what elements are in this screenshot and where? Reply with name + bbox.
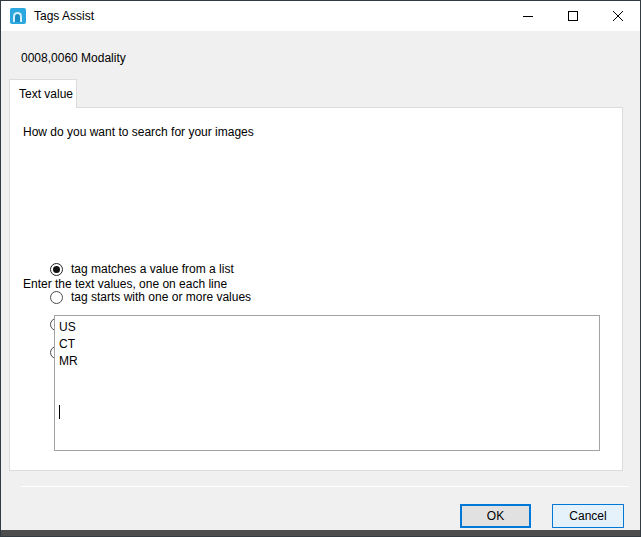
footer-separator — [21, 486, 629, 487]
cancel-button-label: Cancel — [569, 509, 606, 523]
dicom-tag-label: 0008,0060 Modality — [21, 51, 126, 65]
values-textbox[interactable]: US CT MR — [54, 315, 600, 451]
radio-button-icon[interactable] — [50, 263, 63, 276]
textbox-line: CT — [59, 336, 595, 353]
text-value-tab-page: How do you want to search for your image… — [9, 107, 623, 471]
radio-option-matches-list[interactable]: tag matches a value from a list — [50, 261, 234, 277]
close-button[interactable] — [595, 1, 640, 31]
maximize-icon — [568, 11, 578, 21]
radio-option-starts-with[interactable]: tag starts with one or more values — [50, 289, 251, 305]
text-caret — [59, 405, 60, 419]
window-bottom-edge — [1, 530, 640, 536]
maximize-button[interactable] — [550, 1, 595, 31]
textbox-line: US — [59, 319, 595, 336]
app-icon-glyph — [13, 12, 22, 22]
cancel-button[interactable]: Cancel — [552, 504, 624, 528]
tags-assist-dialog: Tags Assist 0008,0060 Modality Text valu… — [0, 0, 641, 537]
close-icon — [611, 9, 625, 23]
textbox-line — [59, 370, 595, 387]
radio-button-icon[interactable] — [50, 291, 63, 304]
ok-button[interactable]: OK — [460, 504, 531, 528]
minimize-button[interactable] — [505, 1, 550, 31]
app-icon — [10, 8, 26, 24]
radio-option-starts-with-label: tag starts with one or more values — [71, 290, 251, 304]
values-entry-label: Enter the text values, one on each line — [23, 277, 227, 291]
radio-option-matches-list-label: tag matches a value from a list — [71, 262, 234, 276]
minimize-icon — [523, 16, 533, 17]
title-bar: Tags Assist — [1, 1, 640, 31]
textbox-line: MR — [59, 353, 595, 370]
search-mode-question: How do you want to search for your image… — [23, 125, 254, 139]
window-title: Tags Assist — [34, 9, 94, 23]
tab-text-value[interactable]: Text value — [9, 79, 77, 108]
ok-button-label: OK — [487, 509, 504, 523]
tab-text-value-label: Text value — [19, 87, 73, 101]
